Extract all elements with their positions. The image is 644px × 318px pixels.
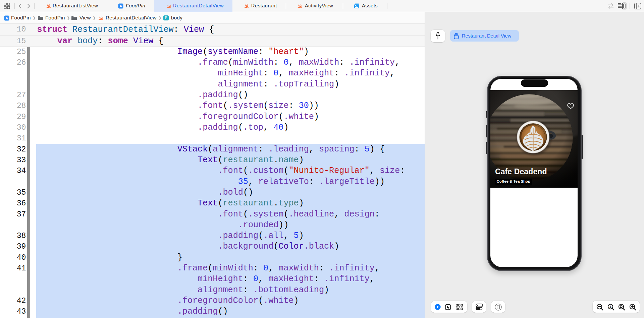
svg-text:A: A [119,4,122,8]
svg-text:A: A [5,16,8,20]
svg-text:1: 1 [609,305,611,308]
